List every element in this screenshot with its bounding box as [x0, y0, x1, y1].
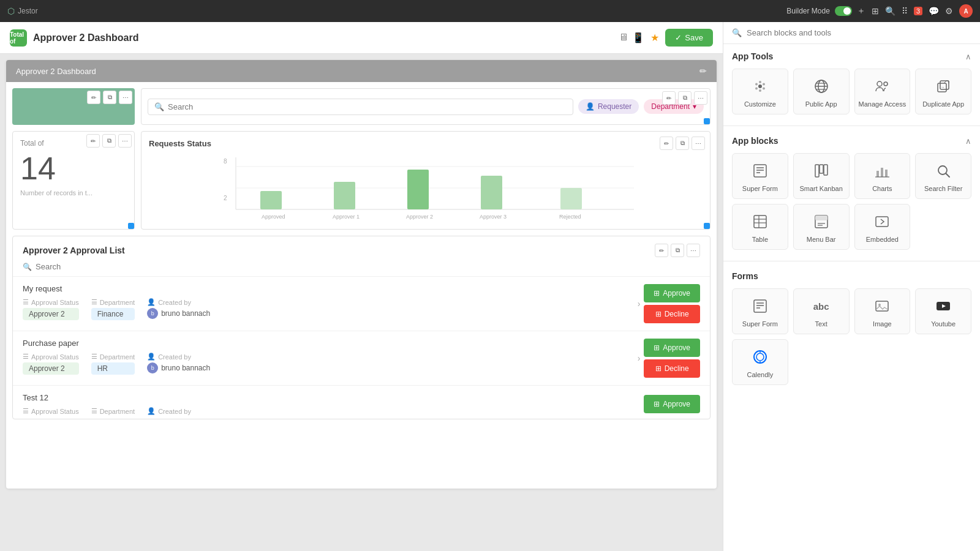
- status-icon-3: ☰: [23, 407, 29, 415]
- tool-label-embedded: Embedded: [866, 236, 899, 243]
- svg-rect-7: [334, 182, 355, 209]
- apps-icon[interactable]: ⠿: [902, 6, 908, 16]
- tool-image[interactable]: Image: [854, 288, 911, 334]
- svg-point-20: [759, 89, 761, 92]
- tool-smart-kanban[interactable]: Smart Kanban: [793, 153, 850, 199]
- sf-copy-btn[interactable]: ⧉: [678, 91, 692, 105]
- tool-calendly[interactable]: Calendly: [732, 339, 788, 385]
- svg-point-16: [758, 84, 762, 88]
- chart-copy-btn[interactable]: ⧉: [676, 137, 689, 150]
- color-block-edit[interactable]: ✏: [87, 91, 100, 104]
- al-more-btn[interactable]: ⋯: [687, 244, 700, 257]
- color-block: ✏ ⧉ ⋯: [12, 88, 135, 125]
- al-status-value-1: Approver 2: [23, 308, 79, 320]
- search-input[interactable]: [168, 102, 567, 111]
- created-icon-1: 👤: [147, 298, 156, 306]
- color-block-copy[interactable]: ⧉: [103, 91, 116, 104]
- al-copy-btn[interactable]: ⧉: [671, 244, 684, 257]
- user-avatar[interactable]: A: [959, 4, 973, 18]
- chat-icon[interactable]: 💬: [929, 6, 939, 16]
- approve-btn-3[interactable]: ⊞ Approve: [644, 395, 700, 413]
- plus-icon[interactable]: ＋: [857, 6, 865, 17]
- svg-rect-41: [820, 165, 823, 173]
- sidebar-search-input[interactable]: [747, 28, 971, 37]
- topbar-icons: ＋ ⊞ 🔍 ⠿ 3 💬 ⚙ A: [857, 4, 973, 18]
- decline-btn-1[interactable]: ⊞ Decline: [644, 305, 700, 323]
- approve-btn-1[interactable]: ⊞ Approve: [644, 284, 700, 302]
- public-app-icon: [810, 75, 832, 97]
- al-item-fields-1: ☰ Approval Status Approver 2 ☰ Dep: [23, 298, 638, 320]
- chart-edit-btn[interactable]: ✏: [660, 137, 673, 150]
- al-created-label-2: 👤 Created by: [147, 353, 210, 361]
- sf-edit-btn[interactable]: ✏: [662, 91, 676, 105]
- favorite-icon[interactable]: ★: [650, 32, 659, 43]
- builder-mode-toggle[interactable]: [835, 6, 852, 16]
- color-block-more[interactable]: ⋯: [119, 91, 132, 104]
- tool-text[interactable]: abc Text: [793, 288, 850, 334]
- svg-point-67: [756, 353, 764, 361]
- tool-super-form[interactable]: Super Form: [732, 153, 788, 199]
- smart-kanban-icon: [810, 160, 832, 182]
- al-header-actions: ✏ ⧉ ⋯: [655, 244, 700, 257]
- content-area: Total of Approver 2 Dashboard 🖥 📱 ★ ✓ Sa…: [0, 22, 723, 551]
- tool-charts[interactable]: Charts: [854, 153, 911, 199]
- al-status-label-3: ☰ Approval Status: [23, 407, 79, 415]
- tool-customize[interactable]: Customize: [732, 69, 788, 114]
- tool-form-super[interactable]: Super Form: [732, 288, 788, 334]
- canvas-header-actions: [699, 66, 707, 76]
- al-status-value-2: Approver 2: [23, 362, 79, 375]
- settings-icon[interactable]: ⚙: [945, 6, 953, 16]
- save-button[interactable]: ✓ Save: [665, 29, 713, 47]
- tool-embedded[interactable]: Embedded: [854, 204, 911, 250]
- al-field-dept-3: ☰ Department: [91, 407, 135, 415]
- tool-label-customize: Customize: [744, 100, 776, 108]
- decline-btn-2[interactable]: ⊞ Decline: [644, 359, 700, 378]
- svg-text:Approver 2: Approver 2: [406, 214, 433, 220]
- approve-btn-2[interactable]: ⊞ Approve: [644, 339, 700, 357]
- search-filter-icon: [932, 160, 954, 182]
- al-dept-value-1: Finance: [91, 308, 135, 320]
- search-icon[interactable]: 🔍: [885, 6, 895, 16]
- svg-rect-62: [876, 301, 888, 311]
- tool-public-app[interactable]: Public App: [793, 69, 850, 114]
- chart-more-btn[interactable]: ⋯: [692, 137, 705, 150]
- svg-line-48: [946, 174, 950, 178]
- tool-search-filter[interactable]: Search Filter: [915, 153, 971, 199]
- notification-count[interactable]: 3: [914, 7, 922, 15]
- youtube-icon: [932, 295, 954, 317]
- app-tools-toggle[interactable]: ∧: [965, 52, 971, 61]
- desktop-icon[interactable]: 🖥: [619, 32, 628, 43]
- app-blocks-title: App blocks: [732, 136, 778, 146]
- al-chevron-2: ›: [638, 353, 641, 363]
- mobile-icon[interactable]: 📱: [632, 32, 644, 43]
- grid-icon[interactable]: ⊞: [872, 6, 879, 16]
- stats-edit-btn[interactable]: ✏: [86, 134, 100, 148]
- al-created-label-1: 👤 Created by: [147, 298, 210, 306]
- forms-title: Forms: [732, 271, 758, 281]
- app-tools-header: App Tools ∧: [732, 51, 971, 61]
- tool-table[interactable]: Table: [732, 204, 788, 250]
- stats-blue-indicator: [128, 223, 134, 229]
- sf-more-btn[interactable]: ⋯: [694, 91, 707, 105]
- app-title: Approver 2 Dashboard: [33, 32, 138, 43]
- canvas-edit-icon[interactable]: [699, 66, 707, 76]
- stats-copy-btn[interactable]: ⧉: [102, 134, 116, 148]
- forms-grid: Super Form abc Text Image Youtube: [732, 288, 971, 385]
- app-blocks-toggle[interactable]: ∧: [965, 137, 971, 146]
- al-action-btns-2: ⊞ Approve ⊞ Decline: [644, 339, 700, 378]
- search-icon-small: 🔍: [154, 102, 164, 111]
- stats-more-btn[interactable]: ⋯: [118, 134, 132, 148]
- svg-text:→: →: [941, 85, 945, 89]
- al-search-input[interactable]: [36, 262, 138, 271]
- canvas-header: Approver 2 Dashboard: [6, 60, 717, 82]
- requester-badge[interactable]: 👤 Requester: [578, 99, 639, 114]
- al-edit-btn[interactable]: ✏: [655, 244, 668, 257]
- tool-menu-bar[interactable]: Menu Bar: [793, 204, 850, 250]
- al-item-content-1: My request ☰ Approval Status Approver 2: [23, 284, 638, 323]
- requester-icon: 👤: [586, 102, 595, 111]
- tool-youtube[interactable]: Youtube: [915, 288, 971, 334]
- al-dept-value-2: HR: [91, 362, 135, 375]
- svg-rect-42: [824, 165, 827, 175]
- tool-duplicate-app[interactable]: → Duplicate App: [915, 69, 971, 114]
- tool-manage-access[interactable]: Manage Access: [854, 69, 911, 114]
